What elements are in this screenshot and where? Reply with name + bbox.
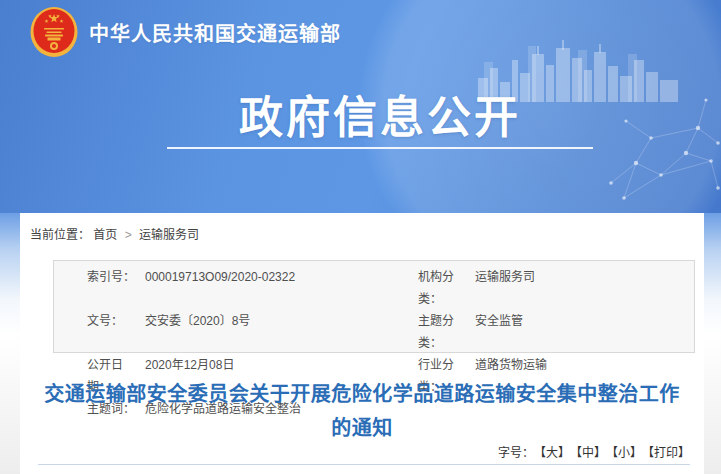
meta-value: 000019713O09/2020-02322 xyxy=(145,266,418,310)
site-logo[interactable]: 中华人民共和国交通运输部 xyxy=(30,6,341,58)
network-constellation-icon xyxy=(606,88,721,208)
page-title: 政府信息公开 xyxy=(167,92,593,144)
font-size-label: 字号： xyxy=(498,446,534,460)
meta-value: 交安委〔2020〕8号 xyxy=(145,310,418,354)
print-button[interactable]: 【打印】 xyxy=(648,446,690,460)
breadcrumb-home-link[interactable]: 首页 xyxy=(93,228,117,242)
meta-label: 文号： xyxy=(87,310,145,354)
table-row: 文号： 交安委〔2020〕8号 主题分类： 安全监管 xyxy=(54,310,694,354)
banner: 中华人民共和国交通运输部 政府信息公开 xyxy=(0,0,721,213)
breadcrumb-section-link[interactable]: 运输服务司 xyxy=(139,228,199,242)
meta-label: 机构分类： xyxy=(418,266,475,310)
table-row: 索引号： 000019713O09/2020-02322 机构分类： 运输服务司 xyxy=(54,266,694,310)
meta-label: 索引号： xyxy=(87,266,145,310)
font-size-controls: 字号：【大】【中】【小】【打印】 xyxy=(498,443,690,460)
banner-title-underline: 政府信息公开 xyxy=(167,92,593,149)
font-size-large-button[interactable]: 【大】 xyxy=(540,446,570,460)
ministry-name: 中华人民共和国交通运输部 xyxy=(89,18,341,47)
content-panel: 当前位置： 首页 > 运输服务司 索引号： 000019713O09/2020-… xyxy=(20,213,704,474)
meta-value: 运输服务司 xyxy=(475,266,694,310)
breadcrumb-label: 当前位置： xyxy=(30,228,90,242)
national-emblem-icon xyxy=(30,6,78,58)
meta-value: 安全监管 xyxy=(475,310,694,354)
page: 中华人民共和国交通运输部 政府信息公开 当前位置： 首页 > 运输服务司 索引号… xyxy=(0,0,721,474)
breadcrumb-separator: > xyxy=(125,228,132,242)
font-size-medium-button[interactable]: 【中】 xyxy=(576,446,606,460)
bottom-divider xyxy=(38,464,690,465)
document-meta-table: 索引号： 000019713O09/2020-02322 机构分类： 运输服务司… xyxy=(53,260,695,353)
meta-label: 主题分类： xyxy=(418,310,475,354)
breadcrumb: 当前位置： 首页 > 运输服务司 xyxy=(30,225,199,242)
article-title: 交通运输部安全委员会关于开展危险化学品道路运输安全集中整治工作的通知 xyxy=(36,377,688,445)
font-size-small-button[interactable]: 【小】 xyxy=(612,446,642,460)
